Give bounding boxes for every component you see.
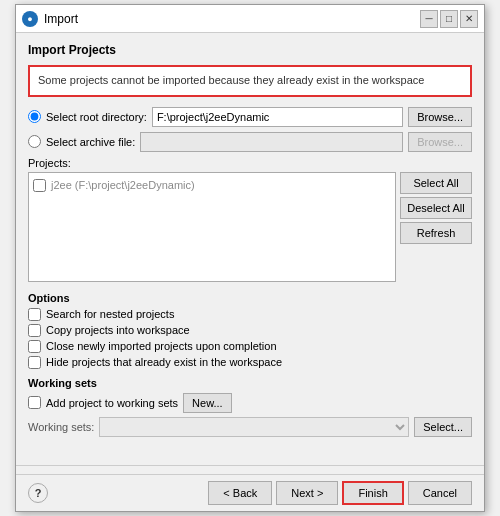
window-controls: ─ □ ✕ bbox=[420, 10, 478, 28]
titlebar: ● Import ─ □ ✕ bbox=[16, 5, 484, 33]
deselect-all-button[interactable]: Deselect All bbox=[400, 197, 472, 219]
hide-existing-label: Hide projects that already exist in the … bbox=[46, 356, 282, 368]
working-sets-title: Working sets bbox=[28, 377, 472, 389]
select-root-label: Select root directory: bbox=[46, 111, 147, 123]
hide-existing-checkbox[interactable] bbox=[28, 356, 41, 369]
add-working-set-checkbox[interactable] bbox=[28, 396, 41, 409]
close-newly-row: Close newly imported projects upon compl… bbox=[28, 340, 472, 353]
projects-label: Projects: bbox=[28, 157, 472, 169]
projects-action-buttons: Select All Deselect All Refresh bbox=[400, 172, 472, 282]
close-newly-label: Close newly imported projects upon compl… bbox=[46, 340, 277, 352]
copy-projects-label: Copy projects into workspace bbox=[46, 324, 190, 336]
list-item: j2ee (F:\project\j2eeDynamic) bbox=[33, 177, 391, 194]
dialog-footer: ? < Back Next > Finish Cancel bbox=[16, 474, 484, 511]
project-name: j2ee (F:\project\j2eeDynamic) bbox=[51, 179, 195, 191]
root-browse-button[interactable]: Browse... bbox=[408, 107, 472, 127]
back-button[interactable]: < Back bbox=[208, 481, 272, 505]
import-dialog: ● Import ─ □ ✕ Import Projects Some proj… bbox=[15, 4, 485, 511]
select-archive-radio[interactable] bbox=[28, 135, 41, 148]
search-nested-checkbox[interactable] bbox=[28, 308, 41, 321]
hide-existing-row: Hide projects that already exist in the … bbox=[28, 356, 472, 369]
minimize-button[interactable]: ─ bbox=[420, 10, 438, 28]
working-sets-section: Working sets Add project to working sets… bbox=[28, 377, 472, 437]
close-newly-checkbox[interactable] bbox=[28, 340, 41, 353]
dialog-title: Import Projects bbox=[28, 43, 472, 57]
refresh-button[interactable]: Refresh bbox=[400, 222, 472, 244]
select-all-button[interactable]: Select All bbox=[400, 172, 472, 194]
select-working-set-button[interactable]: Select... bbox=[414, 417, 472, 437]
app-icon: ● bbox=[22, 11, 38, 27]
root-directory-input[interactable] bbox=[152, 107, 403, 127]
close-button[interactable]: ✕ bbox=[460, 10, 478, 28]
cancel-button[interactable]: Cancel bbox=[408, 481, 472, 505]
search-nested-row: Search for nested projects bbox=[28, 308, 472, 321]
maximize-button[interactable]: □ bbox=[440, 10, 458, 28]
add-working-set-label: Add project to working sets bbox=[46, 397, 178, 409]
add-working-set-row: Add project to working sets New... bbox=[28, 393, 472, 413]
archive-browse-button: Browse... bbox=[408, 132, 472, 152]
options-title: Options bbox=[28, 292, 472, 304]
options-section: Options Search for nested projects Copy … bbox=[28, 292, 472, 369]
projects-area: j2ee (F:\project\j2eeDynamic) Select All… bbox=[28, 172, 472, 282]
copy-projects-checkbox[interactable] bbox=[28, 324, 41, 337]
finish-button[interactable]: Finish bbox=[342, 481, 403, 505]
archive-file-row: Select archive file: Browse... bbox=[28, 132, 472, 152]
new-working-set-button[interactable]: New... bbox=[183, 393, 232, 413]
select-root-radio[interactable] bbox=[28, 110, 41, 123]
help-button[interactable]: ? bbox=[28, 483, 48, 503]
working-sets-combo[interactable] bbox=[99, 417, 409, 437]
archive-file-input[interactable] bbox=[140, 132, 403, 152]
window-title: Import bbox=[44, 12, 78, 26]
next-button[interactable]: Next > bbox=[276, 481, 338, 505]
working-sets-label: Working sets: bbox=[28, 421, 94, 433]
footer-buttons: < Back Next > Finish Cancel bbox=[208, 481, 472, 505]
dialog-content: Import Projects Some projects cannot be … bbox=[16, 33, 484, 456]
root-directory-row: Select root directory: Browse... bbox=[28, 107, 472, 127]
warning-message: Some projects cannot be imported because… bbox=[28, 65, 472, 96]
working-sets-input-row: Working sets: Select... bbox=[28, 417, 472, 437]
projects-list[interactable]: j2ee (F:\project\j2eeDynamic) bbox=[28, 172, 396, 282]
copy-projects-row: Copy projects into workspace bbox=[28, 324, 472, 337]
select-archive-label: Select archive file: bbox=[46, 136, 135, 148]
project-checkbox[interactable] bbox=[33, 179, 46, 192]
search-nested-label: Search for nested projects bbox=[46, 308, 174, 320]
